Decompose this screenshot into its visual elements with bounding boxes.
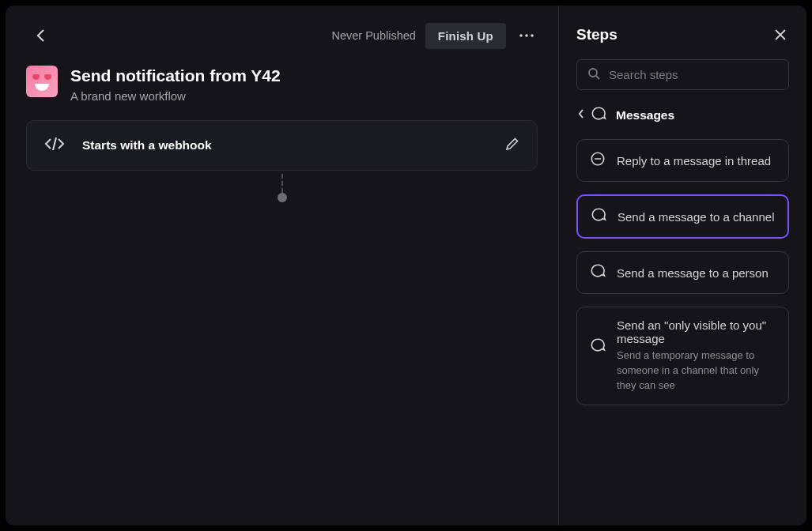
edit-step-button[interactable] — [505, 137, 519, 154]
step-option-reply-thread[interactable]: Reply to a message in thread — [576, 139, 789, 182]
finish-up-button[interactable]: Finish Up — [425, 23, 506, 49]
more-menu-button[interactable] — [516, 24, 538, 47]
search-steps-input[interactable] — [576, 59, 789, 90]
message-icon — [590, 337, 606, 356]
pencil-icon — [505, 137, 519, 151]
search-icon — [587, 67, 600, 83]
close-icon — [774, 28, 787, 41]
main-panel: Never Published Finish Up Send notificat… — [6, 6, 558, 525]
step-option-label: Send a message to a person — [617, 266, 769, 280]
workflow-header: Send notification from Y42 A brand new w… — [6, 56, 558, 120]
trigger-step-card[interactable]: Starts with a webhook — [26, 120, 538, 171]
svg-point-1 — [525, 34, 528, 37]
close-sidebar-button[interactable] — [772, 26, 789, 43]
workflow-subtitle: A brand new workflow — [70, 89, 281, 103]
message-category-icon — [591, 106, 606, 125]
publish-status: Never Published — [331, 29, 415, 42]
svg-point-2 — [531, 34, 534, 37]
reply-icon — [590, 151, 606, 170]
breadcrumb-label: Messages — [616, 108, 674, 122]
workflow-app-icon — [26, 66, 58, 97]
step-option-label: Send a message to a channel — [617, 210, 774, 224]
workflow-title: Send notification from Y42 — [70, 66, 281, 86]
topbar: Never Published Finish Up — [6, 6, 558, 56]
add-step-dot[interactable] — [278, 193, 287, 202]
step-option-send-person[interactable]: Send a message to a person — [576, 251, 789, 294]
trigger-step-label: Starts with a webhook — [82, 138, 488, 153]
ellipsis-icon — [519, 34, 534, 37]
svg-point-3 — [589, 69, 597, 77]
step-option-label: Send an "only visible to you" message — [617, 318, 776, 345]
message-icon — [591, 207, 606, 226]
step-option-send-ephemeral[interactable]: Send an "only visible to you" message Se… — [576, 307, 789, 405]
step-connector — [278, 174, 287, 202]
back-button[interactable] — [31, 26, 50, 45]
message-icon — [590, 263, 606, 282]
code-icon — [44, 137, 65, 154]
search-wrap — [576, 59, 789, 90]
steps-sidebar: Steps Messages Reply to a message — [558, 6, 806, 525]
chevron-left-icon — [36, 28, 45, 43]
step-option-send-channel[interactable]: Send a message to a channel — [576, 194, 789, 239]
step-option-description: Send a temporary message to someone in a… — [617, 348, 776, 394]
steps-breadcrumb[interactable]: Messages — [576, 103, 789, 126]
svg-point-0 — [519, 34, 523, 37]
workflow-canvas: Starts with a webhook — [6, 120, 558, 525]
breadcrumb-back-icon[interactable] — [578, 108, 584, 122]
sidebar-title: Steps — [576, 26, 617, 43]
step-option-label: Reply to a message in thread — [617, 154, 771, 168]
